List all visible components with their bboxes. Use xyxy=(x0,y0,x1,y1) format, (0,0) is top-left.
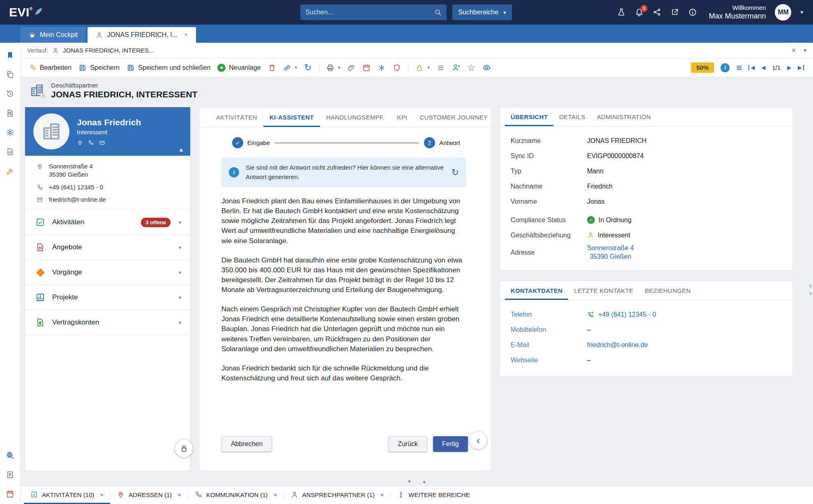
first-page-button[interactable]: ◀ xyxy=(749,65,755,70)
save-close-button[interactable]: Speichern und schließen xyxy=(127,64,210,72)
help-icon[interactable] xyxy=(688,8,697,17)
tab-details[interactable]: DETAILS xyxy=(553,107,591,126)
privacy-lock-button[interactable] xyxy=(175,439,193,458)
collapse-panel-button[interactable]: ‹ xyxy=(470,432,487,449)
next-page-button[interactable]: ▶ xyxy=(787,65,791,70)
copy-icon[interactable] xyxy=(6,70,14,79)
close-icon[interactable]: × xyxy=(792,47,795,54)
history-current-item[interactable]: JONAS FRIEDRICH, INTERES... xyxy=(63,47,154,54)
user-menu-chevron-icon[interactable]: ▾ xyxy=(800,9,803,15)
security-button[interactable] xyxy=(393,64,401,72)
wrench-icon[interactable] xyxy=(6,167,14,175)
dock-tab-weitere-bereiche[interactable]: ⋮ WEITERE BEREICHE xyxy=(391,486,477,504)
notepad-icon[interactable] xyxy=(6,470,14,479)
profile-avatar[interactable] xyxy=(33,113,69,150)
chevron-down-icon[interactable]: ▾ xyxy=(804,47,806,53)
expand-dock-icon[interactable]: ▴ xyxy=(423,479,426,484)
save-button[interactable]: Speichern xyxy=(78,64,120,72)
tab-kpi[interactable]: KPI xyxy=(391,107,413,127)
email-link[interactable]: friedrich@t-online.de xyxy=(587,341,648,349)
section-vertragskonten[interactable]: Vertragskonten ▾ xyxy=(25,310,190,335)
open-external-icon[interactable] xyxy=(670,8,679,16)
section-angebote[interactable]: Angebote ▾ xyxy=(25,235,190,260)
bookmark-icon[interactable] xyxy=(6,51,14,60)
search-scope-dropdown[interactable]: Suchbereiche ▾ xyxy=(452,5,511,20)
notifications-bell-icon[interactable]: 1 xyxy=(635,8,644,17)
user-name: Max Mustermann xyxy=(709,12,766,21)
mail-icon[interactable] xyxy=(99,140,105,146)
settings-gear-icon[interactable] xyxy=(6,128,14,137)
share-icon[interactable] xyxy=(653,8,661,16)
link-button[interactable]: ▾ xyxy=(283,64,297,72)
history-icon[interactable] xyxy=(6,90,14,98)
new-record-button[interactable]: + Neuanlage xyxy=(217,64,260,72)
collapse-dock-icon[interactable]: ▾ xyxy=(408,479,410,484)
tab-mein-cockpit[interactable]: Mein Cockpit xyxy=(21,27,86,43)
print-button[interactable]: ▾ xyxy=(326,64,341,72)
call-forward-icon[interactable] xyxy=(587,311,594,318)
list-view-button[interactable] xyxy=(437,64,445,72)
tab-uebersicht[interactable]: ÜBERSICHT xyxy=(505,107,553,126)
tab-ki-assistent[interactable]: KI-ASSISTENT xyxy=(263,107,320,127)
prev-page-button[interactable]: ◀ xyxy=(761,65,765,70)
integrations-button[interactable] xyxy=(378,64,386,72)
report-document-icon[interactable] xyxy=(6,147,14,156)
address-link-line2[interactable]: 35390 Gießen xyxy=(590,253,631,260)
tab-letzte-kontakte[interactable]: LETZTE KONTAKTE xyxy=(568,281,639,300)
chevron-down-icon: ▾ xyxy=(177,219,183,226)
add-contact-button[interactable] xyxy=(452,63,461,72)
search-document-icon[interactable] xyxy=(6,109,14,117)
calendar-button[interactable] xyxy=(362,64,371,72)
section-vorgaenge[interactable]: Vorgänge ▾ xyxy=(25,260,190,285)
location-pin-icon[interactable] xyxy=(77,140,83,146)
delete-button[interactable] xyxy=(268,64,276,72)
cancel-button[interactable]: Abbrechen xyxy=(221,436,272,452)
search-scope-label: Suchbereiche xyxy=(458,9,498,16)
dock-tab-ansprechpartner[interactable]: ANSPRECHPARTNER (1) × xyxy=(284,486,391,504)
field-value: EVIGP0000000874 xyxy=(587,152,644,160)
finish-button[interactable]: Fertig xyxy=(433,436,468,452)
tab-handlungsempf[interactable]: HANDLUNGSEMPF. xyxy=(320,107,391,127)
search-icon[interactable] xyxy=(434,9,442,16)
menu-icon[interactable]: ≡ xyxy=(736,63,742,73)
attachment-button[interactable] xyxy=(347,64,355,72)
tab-aktivitaeten[interactable]: AKTIVITÄTEN xyxy=(210,107,263,127)
tab-customer-journey[interactable]: CUSTOMER JOURNEY xyxy=(413,107,494,127)
refresh-button[interactable]: ↻ xyxy=(304,63,311,72)
person-plus-icon xyxy=(452,63,461,72)
preview-button[interactable] xyxy=(482,63,491,72)
close-icon[interactable]: × xyxy=(274,491,277,498)
dock-tab-kommunikation[interactable]: KOMMUNIKATION (1) × xyxy=(188,486,284,504)
section-aktivitaeten[interactable]: Aktivitäten 3 offene ▾ xyxy=(25,210,190,235)
lab-flask-icon[interactable] xyxy=(617,8,626,16)
dock-tab-adressen[interactable]: ADRESSEN (1) × xyxy=(111,486,188,504)
regenerate-icon[interactable]: ↻ xyxy=(451,168,459,177)
favorite-button[interactable]: ☆ xyxy=(468,63,475,72)
section-projekte[interactable]: Projekte ▾ xyxy=(25,285,190,310)
expand-side-panel-control[interactable]: ‹ ‹ xyxy=(810,283,812,297)
close-icon[interactable]: × xyxy=(100,491,104,498)
phone-link[interactable]: +49 (641) 12345 - 0 xyxy=(598,311,656,318)
close-tab-icon[interactable]: × xyxy=(184,31,188,39)
logo-leaf-icon xyxy=(34,7,43,16)
dock-tab-aktivitaeten[interactable]: AKTIVITÄTEN (10) × xyxy=(24,486,110,504)
calendar-icon[interactable] xyxy=(6,490,14,498)
search-input[interactable] xyxy=(305,9,431,16)
close-icon[interactable]: × xyxy=(177,491,181,498)
field-label: Mobiltelefon xyxy=(511,326,587,334)
tab-beziehungen[interactable]: BEZIEHUNGEN xyxy=(639,281,697,300)
lock-button[interactable]: ▾ xyxy=(415,64,430,72)
tab-kontaktdaten[interactable]: KONTAKTDATEN xyxy=(505,281,568,300)
tab-jonas-friedrich[interactable]: JONAS FRIEDRICH, I... × xyxy=(88,27,196,43)
collapse-header-icon[interactable]: ▴ xyxy=(180,145,183,153)
phone-icon[interactable] xyxy=(88,140,94,146)
user-avatar[interactable]: MM xyxy=(775,4,791,21)
back-button[interactable]: Zurück xyxy=(388,436,427,452)
last-page-button[interactable]: ▶ xyxy=(798,65,804,70)
globe-search-icon[interactable] xyxy=(6,451,14,460)
close-icon[interactable]: × xyxy=(380,491,384,498)
info-icon[interactable]: i xyxy=(721,63,730,72)
address-link-line1[interactable]: Sonnenstraße 4 xyxy=(587,244,634,252)
edit-button[interactable]: ✎ Bearbeiten xyxy=(30,64,71,72)
tab-administration[interactable]: ADMINISTRATION xyxy=(591,107,656,126)
